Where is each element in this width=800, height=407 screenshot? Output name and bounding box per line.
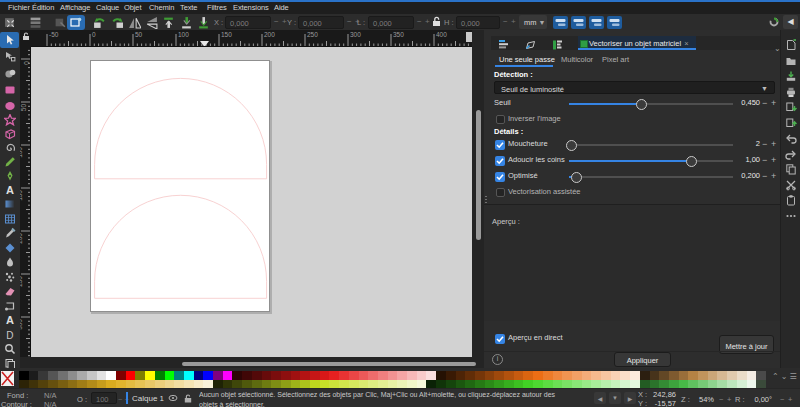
svg-text:A: A [6,314,14,326]
svg-text:D: D [6,330,13,341]
svg-text:A: A [6,184,14,196]
